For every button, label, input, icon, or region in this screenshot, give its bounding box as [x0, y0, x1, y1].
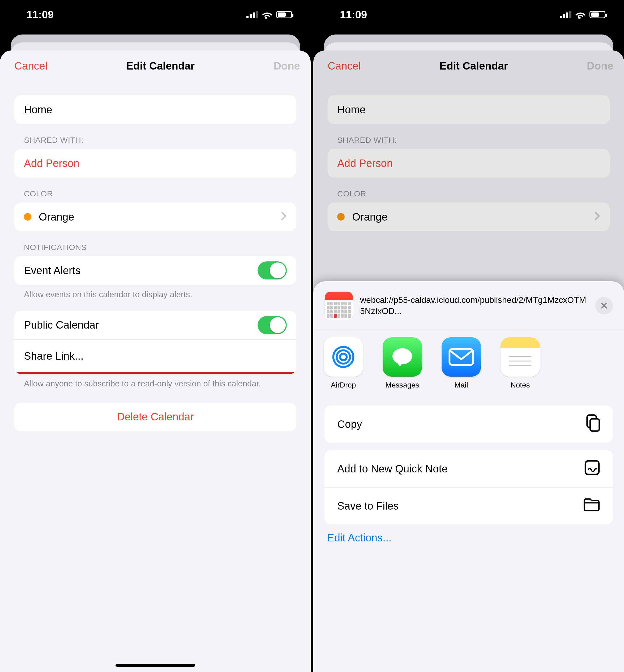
app-airdrop[interactable]: AirDrop: [321, 337, 366, 389]
svg-rect-9: [590, 419, 599, 431]
chevron-right-icon: [594, 211, 600, 223]
battery-icon: [276, 11, 292, 18]
svg-point-3: [392, 348, 412, 364]
event-alerts-footer: Allow events on this calendar to display…: [24, 289, 287, 300]
event-alerts-toggle[interactable]: [258, 262, 287, 279]
app-mail[interactable]: Mail: [439, 337, 484, 389]
signal-icon: [560, 11, 571, 18]
calendar-name-field[interactable]: Home: [14, 95, 296, 124]
public-calendar-footer: Allow anyone to subscribe to a read-only…: [24, 378, 287, 389]
color-row[interactable]: Orange: [14, 203, 296, 231]
mail-icon: [448, 348, 474, 366]
done-button[interactable]: Done: [587, 60, 614, 72]
close-button[interactable]: [595, 297, 613, 315]
cancel-button[interactable]: Cancel: [328, 60, 361, 72]
chevron-right-icon: [281, 211, 287, 223]
shared-with-header: SHARED WITH:: [337, 136, 610, 145]
add-person-button[interactable]: Add Person: [328, 149, 610, 178]
share-link-label: Share Link...: [24, 350, 84, 362]
svg-point-0: [340, 353, 346, 360]
status-bar: 11:09: [313, 0, 624, 29]
edit-calendar-sheet: Cancel Edit Calendar Done Home SHARED WI…: [0, 50, 311, 672]
messages-icon: [390, 346, 414, 368]
edit-actions-button[interactable]: Edit Actions...: [324, 532, 613, 544]
app-label: Mail: [454, 381, 468, 389]
home-indicator[interactable]: [115, 664, 195, 667]
color-name-label: Orange: [39, 211, 74, 223]
notes-icon: [505, 342, 535, 372]
quicknote-icon: [584, 460, 600, 478]
color-header: COLOR: [337, 189, 610, 198]
event-alerts-row[interactable]: Event Alerts: [14, 256, 296, 285]
wifi-icon: [262, 10, 272, 19]
color-row[interactable]: Orange: [328, 203, 610, 231]
app-notes[interactable]: Notes: [498, 337, 543, 389]
action-label: Copy: [337, 418, 362, 430]
calendar-thumbnail-icon: [324, 291, 353, 320]
svg-rect-4: [449, 349, 473, 365]
copy-icon: [585, 414, 600, 434]
color-dot: [24, 213, 31, 220]
action-copy[interactable]: Copy: [324, 406, 613, 443]
public-calendar-row[interactable]: Public Calendar: [14, 311, 296, 340]
app-messages[interactable]: Messages: [380, 337, 425, 389]
share-link-row[interactable]: Share Link...: [14, 340, 296, 374]
wifi-icon: [575, 10, 586, 19]
share-url: webcal://p55-caldav.icloud.com/published…: [360, 295, 589, 317]
app-label: Notes: [510, 381, 530, 389]
apps-rail[interactable]: AirDrop Messages: [313, 330, 624, 395]
add-person-button[interactable]: Add Person: [14, 149, 296, 178]
action-label: Save to Files: [337, 500, 398, 512]
svg-point-1: [337, 350, 350, 364]
color-header: COLOR: [24, 189, 296, 198]
status-time: 11:09: [27, 9, 54, 21]
action-list: Copy Add to New Quick Note Save: [313, 395, 624, 544]
page-title: Edit Calendar: [126, 60, 194, 72]
status-bar: 11:09: [0, 0, 311, 29]
signal-icon: [246, 11, 258, 18]
calendar-name-field[interactable]: Home: [328, 95, 610, 124]
airdrop-icon: [331, 345, 355, 369]
shared-with-header: SHARED WITH:: [24, 136, 296, 145]
action-label: Add to New Quick Note: [337, 463, 448, 475]
cancel-button[interactable]: Cancel: [14, 60, 48, 72]
app-label: AirDrop: [331, 381, 356, 389]
close-icon: [600, 302, 608, 310]
event-alerts-label: Event Alerts: [24, 265, 80, 276]
folder-icon: [583, 498, 600, 514]
delete-calendar-button[interactable]: Delete Calendar: [14, 403, 296, 431]
public-calendar-toggle[interactable]: [258, 316, 287, 334]
share-link-header: webcal://p55-caldav.icloud.com/published…: [313, 287, 624, 330]
done-button[interactable]: Done: [274, 60, 300, 72]
navbar: Cancel Edit Calendar Done: [0, 53, 311, 79]
svg-rect-10: [586, 461, 599, 474]
navbar: Cancel Edit Calendar Done: [313, 53, 624, 79]
action-quick-note[interactable]: Add to New Quick Note: [324, 450, 613, 487]
action-save-files[interactable]: Save to Files: [324, 487, 613, 525]
color-name-label: Orange: [352, 211, 387, 223]
color-dot: [337, 213, 345, 220]
screenshot-right: 11:09 Cancel Edit Calendar Done Home SHA…: [313, 0, 624, 672]
status-time: 11:09: [340, 9, 367, 21]
battery-icon: [590, 11, 605, 18]
page-title: Edit Calendar: [439, 60, 508, 72]
share-sheet: webcal://p55-caldav.icloud.com/published…: [313, 281, 624, 672]
notifications-header: NOTIFICATIONS: [24, 243, 296, 252]
app-label: Messages: [385, 381, 419, 389]
public-calendar-label: Public Calendar: [24, 319, 99, 331]
screenshot-left: 11:09 Cancel Edit Calendar Done Home SHA…: [0, 0, 311, 672]
